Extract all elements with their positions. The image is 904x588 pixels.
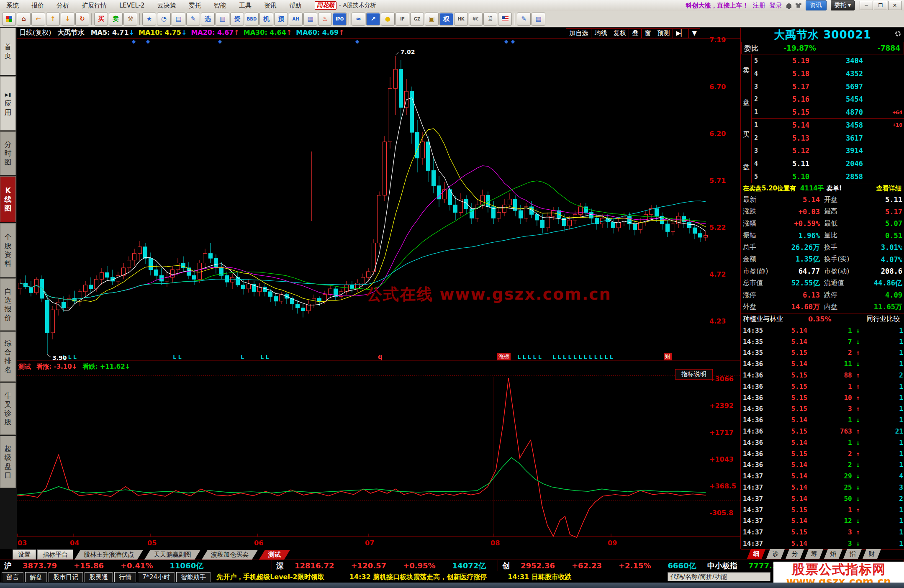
clock-icon[interactable]: ◔	[157, 13, 171, 26]
usa-flag-icon[interactable]	[498, 13, 512, 26]
palette-icon[interactable]	[2, 13, 16, 26]
trend-large-icon[interactable]: ↗	[366, 13, 380, 26]
bid-row-3[interactable]: 35.123914	[752, 144, 904, 157]
menu-item-1[interactable]: 报价	[25, 0, 50, 11]
bottom-button-7*24小时[interactable]: 7*24小时	[138, 572, 175, 582]
view-detail-link[interactable]: 查看详细	[876, 185, 904, 193]
index-segment-深[interactable]: 深12816.72+120.57+0.95%14072亿	[272, 560, 498, 571]
bottom-button-股市日记[interactable]: 股市日记	[49, 572, 83, 582]
lock-icon[interactable]: ▣	[425, 13, 439, 26]
bank-icon[interactable]: ♖	[483, 13, 497, 26]
bid-row-5[interactable]: 55.102858	[752, 170, 904, 183]
trade-button[interactable]: 委托 ▾	[831, 0, 855, 10]
panel-tab-细[interactable]: 细	[747, 549, 765, 559]
news-icon[interactable]: ▦	[303, 13, 317, 26]
login-link[interactable]: 登录	[770, 2, 782, 10]
chart-button-7[interactable]: ▼	[689, 29, 700, 38]
bottom-tab-指标平台[interactable]: 指标平台	[37, 549, 73, 560]
chart-button-3[interactable]: 叠	[629, 29, 642, 38]
if-icon[interactable]: IF	[396, 13, 409, 26]
trend-small-icon[interactable]: ≈	[352, 13, 365, 26]
report-icon[interactable]: ▤	[172, 13, 185, 26]
forecast-icon[interactable]: 预	[274, 13, 288, 26]
indicator-help-button[interactable]: 指标说明	[675, 369, 713, 380]
menu-item-10[interactable]: 帮助	[283, 0, 308, 11]
bottom-tab-股林主升浪潜伏点[interactable]: 股林主升浪潜伏点	[74, 550, 143, 560]
bottom-button-行情[interactable]: 行情	[114, 572, 136, 582]
news-ticker-2[interactable]: 14:31 日韩股市收跌	[508, 573, 572, 582]
sidebar-item-个股资料[interactable]: 个股资料	[0, 223, 16, 277]
ask-row-5[interactable]: 55.193404	[752, 54, 904, 67]
menu-item-5[interactable]: 云决策	[151, 0, 182, 11]
chart-period[interactable]: 日线(复权)	[19, 28, 51, 36]
shirt-icon[interactable]	[796, 3, 801, 8]
chart-button-5[interactable]: 预测	[654, 29, 673, 38]
bottom-tab-天天躺赢副图[interactable]: 天天躺赢副图	[144, 550, 200, 560]
industry-name[interactable]: 种植业与林业	[741, 315, 783, 324]
select-icon[interactable]: 选	[201, 13, 215, 26]
rights-icon[interactable]: 权	[439, 13, 453, 26]
layout-icon[interactable]: ▦	[532, 13, 545, 26]
chart-button-0[interactable]: 加自选	[566, 29, 591, 38]
signal-badge-0[interactable]: 涨榜	[497, 353, 511, 360]
bbd-icon[interactable]: BBD	[245, 13, 259, 26]
panel-tab-分[interactable]: 分	[786, 549, 804, 559]
bid-row-4[interactable]: 45.112046	[752, 157, 904, 170]
sidebar-item-自选报价[interactable]: 自选报价	[0, 278, 16, 331]
bid-row-2[interactable]: 25.133617	[752, 131, 904, 144]
ask-row-4[interactable]: 45.184352	[752, 67, 904, 80]
panel-tab-焰[interactable]: 焰	[824, 549, 842, 559]
ask-row-1[interactable]: 15.154870+64	[752, 106, 904, 119]
ask-row-2[interactable]: 25.165454	[752, 93, 904, 106]
stock-code-input[interactable]	[668, 572, 770, 581]
buy-icon[interactable]: 买	[94, 13, 108, 26]
close-button[interactable]: ✕	[888, 1, 901, 10]
bottom-tab-波段加仓买卖[interactable]: 波段加仓买卖	[202, 550, 258, 560]
sidebar-item-首页[interactable]: 首页	[0, 28, 16, 75]
chart-button-1[interactable]: 均线	[591, 29, 610, 38]
index-segment-创[interactable]: 创2952.36+62.23+2.15%6660亿	[498, 560, 703, 571]
machine-icon[interactable]: 机	[259, 13, 273, 26]
ipo-icon[interactable]: IPO	[333, 13, 347, 26]
menu-item-3[interactable]: 扩展行情	[75, 0, 113, 11]
news-ticker-1[interactable]: 14:32 脑机接口板块震荡走高，创新医疗涨停	[349, 573, 487, 582]
chart-button-2[interactable]: 复权	[610, 29, 629, 38]
panel-tab-财[interactable]: 财	[863, 549, 881, 559]
ask-row-3[interactable]: 35.175697	[752, 80, 904, 93]
refresh-icon[interactable]: ↻	[75, 13, 89, 26]
sidebar-item-超级盘口[interactable]: 超级盘口	[0, 436, 16, 488]
draw-icon[interactable]: ✎	[517, 13, 531, 26]
bottom-button-智能助手[interactable]: 智能助手	[176, 572, 211, 582]
news-button[interactable]: 资讯	[806, 0, 827, 10]
info-icon[interactable]: 资	[230, 13, 244, 26]
index-segment-沪[interactable]: 沪3873.79+15.86+0.41%11060亿	[0, 560, 272, 571]
chart-button-4[interactable]: 窗	[642, 29, 654, 38]
menu-item-0[interactable]: 系统	[0, 0, 25, 11]
signal-badge-1[interactable]: 财	[664, 353, 672, 360]
menu-item-8[interactable]: 工具	[233, 0, 258, 11]
sidebar-item-K线图[interactable]: K线图	[0, 176, 16, 222]
panel-tab-诊[interactable]: 诊	[766, 549, 785, 559]
coin-icon[interactable]: ●	[381, 13, 395, 26]
minimize-button[interactable]: ─	[860, 1, 873, 10]
chart-button-6[interactable]: ▶▏	[673, 29, 689, 38]
restore-button[interactable]: ❒	[874, 1, 887, 10]
panel-tab-筹[interactable]: 筹	[805, 549, 823, 559]
bottom-tab-设置[interactable]: 设置	[13, 549, 36, 560]
bottom-button-解盘[interactable]: 解盘	[25, 572, 47, 582]
sell-icon[interactable]: 卖	[109, 13, 123, 26]
sidebar-item-牛叉诊股[interactable]: 牛叉诊股	[0, 383, 16, 435]
register-link[interactable]: 注册	[753, 2, 765, 10]
sidebar-item-应用[interactable]: ▶▮应用	[0, 76, 16, 131]
promo-link[interactable]: 科创大涨，直接上车！	[686, 2, 749, 10]
bid-row-1[interactable]: 15.143458+10	[752, 119, 904, 132]
up-icon[interactable]: ↑	[46, 13, 60, 26]
panel-tab-指[interactable]: 指	[843, 549, 862, 559]
down-icon[interactable]: ↓	[61, 13, 74, 26]
menu-item-4[interactable]: LEVEL-2	[113, 0, 151, 11]
promo-message[interactable]: 先开户，手机超级Level-2限时领取	[216, 573, 324, 582]
bell-icon[interactable]	[786, 3, 791, 8]
sidebar-item-分时图[interactable]: 分时图	[0, 131, 16, 175]
currency-icon[interactable]: ¥€	[469, 13, 483, 26]
gz-icon[interactable]: GZ	[410, 13, 424, 26]
